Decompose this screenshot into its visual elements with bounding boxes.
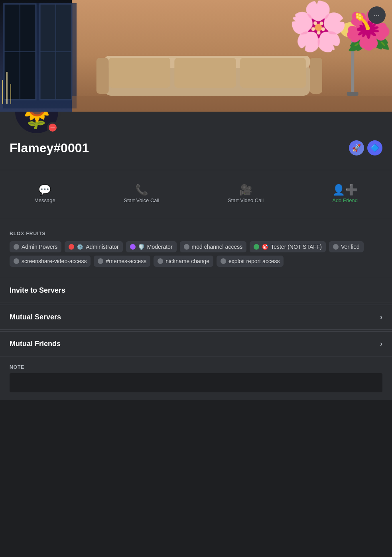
role-label: screenshare-video-access: [22, 258, 87, 264]
username-text: Flamey: [10, 141, 53, 155]
role-dot: [14, 244, 19, 250]
svg-rect-13: [240, 58, 306, 88]
role-dot: [184, 244, 189, 250]
add-friend-label: Add Friend: [332, 197, 358, 203]
role-label: Administrator: [86, 244, 118, 250]
svg-rect-12: [174, 58, 236, 88]
divider-2: [0, 218, 392, 218]
mutual-friends-label: Mutual Friends: [10, 340, 61, 348]
actions-bar: 💬 Message 📞 Start Voice Call 🎥 Start Vid…: [0, 177, 392, 211]
window-svg: [0, 0, 80, 112]
add-friend-icon: 👤➕: [332, 185, 358, 195]
svg-rect-14: [97, 58, 109, 94]
role-dot: [14, 258, 19, 264]
svg-rect-16: [72, 96, 392, 112]
video-label: Start Video Call: [228, 197, 264, 203]
roles-title: BLOX FRUITS: [10, 231, 382, 236]
mutual-servers-section: Mutual Servers ›: [0, 305, 392, 330]
role-exploit[interactable]: exploit report access: [217, 256, 284, 267]
invite-servers-section: Invite to Servers: [0, 278, 392, 303]
voice-icon: 📞: [135, 185, 148, 195]
roles-section: BLOX FRUITS Admin Powers ⚙️ Administrato…: [0, 224, 392, 273]
note-input[interactable]: [10, 373, 382, 392]
role-dot: [221, 258, 226, 264]
message-icon: 💬: [38, 185, 51, 195]
svg-rect-8: [10, 84, 11, 104]
role-tester[interactable]: 🎯 Tester (NOT STAFF): [250, 241, 326, 252]
status-badge: —: [47, 122, 58, 133]
role-memes[interactable]: #memes-access: [94, 256, 150, 267]
spacer-1: [0, 273, 392, 278]
role-label: mod channel access: [192, 244, 243, 250]
svg-rect-7: [6, 72, 8, 104]
role-emoji: 🛡️: [138, 244, 145, 250]
username-row: Flamey#0001 🚀 🔷: [10, 140, 382, 155]
role-verified[interactable]: Verified: [329, 241, 364, 252]
role-dot: [98, 258, 103, 264]
discriminator-text: #0001: [53, 141, 89, 155]
invite-servers-header[interactable]: Invite to Servers: [0, 278, 392, 303]
flower-main-icon: 🌸: [288, 2, 348, 50]
role-mod-channel[interactable]: mod channel access: [180, 241, 247, 252]
nitro-badge: 🚀: [349, 140, 364, 155]
message-label: Message: [34, 197, 55, 203]
voice-call-button[interactable]: 📞 Start Voice Call: [117, 181, 165, 207]
role-moderator[interactable]: 🛡️ Moderator: [126, 241, 177, 252]
mutual-servers-chevron: ›: [380, 313, 382, 321]
mutual-servers-label: Mutual Servers: [10, 313, 61, 321]
svg-rect-6: [2, 80, 3, 104]
role-dot: [130, 244, 136, 250]
role-emoji: ⚙️: [77, 244, 83, 250]
username-display: Flamey#0001: [10, 141, 89, 155]
profile-banner: 🌸 🌺 ···: [0, 0, 392, 112]
guild-badge: 🔷: [367, 140, 382, 155]
message-button[interactable]: 💬 Message: [28, 181, 62, 207]
video-call-button[interactable]: 🎥 Start Video Call: [221, 181, 270, 207]
role-nickname-change[interactable]: nickname change: [154, 256, 213, 267]
role-label: nickname change: [165, 258, 209, 264]
add-friend-button[interactable]: 👤➕ Add Friend: [326, 181, 364, 207]
role-dot: [158, 258, 163, 264]
role-label: Admin Powers: [22, 244, 57, 250]
role-dot: [254, 244, 259, 250]
note-title: NOTE: [10, 364, 382, 370]
svg-rect-19: [347, 92, 359, 96]
svg-rect-15: [310, 58, 322, 94]
mutual-servers-header[interactable]: Mutual Servers ›: [0, 305, 392, 329]
voice-label: Start Voice Call: [124, 197, 159, 203]
username-badges: 🚀 🔷: [349, 140, 382, 155]
role-dot: [69, 244, 74, 250]
role-screenshare[interactable]: screenshare-video-access: [10, 256, 91, 267]
mutual-friends-section: Mutual Friends ›: [0, 331, 392, 356]
invite-servers-label: Invite to Servers: [10, 286, 65, 295]
profile-container: 🌸 🌺 ··· 🌻 — Flamey#0001 🚀 🔷: [0, 0, 392, 400]
roles-grid: Admin Powers ⚙️ Administrator 🛡️ Moderat…: [10, 241, 382, 267]
role-label: exploit report access: [229, 258, 280, 264]
role-label: Moderator: [147, 244, 173, 250]
divider-1: [0, 170, 392, 170]
role-label: #memes-access: [106, 258, 146, 264]
role-admin-powers[interactable]: Admin Powers: [10, 241, 61, 252]
profile-info: 🌻 — Flamey#0001 🚀 🔷: [0, 112, 392, 163]
role-administrator[interactable]: ⚙️ Administrator: [65, 241, 122, 252]
more-options-label: ···: [374, 11, 380, 20]
role-emoji: 🎯: [262, 244, 268, 250]
mutual-friends-header[interactable]: Mutual Friends ›: [0, 332, 392, 356]
video-icon: 🎥: [239, 185, 252, 195]
role-dot: [333, 244, 339, 250]
mutual-friends-chevron: ›: [380, 340, 382, 348]
role-label: Verified: [341, 244, 360, 250]
note-section: NOTE: [0, 358, 392, 400]
role-label: Tester (NOT STAFF): [271, 244, 322, 250]
svg-rect-11: [109, 58, 170, 88]
more-options-button[interactable]: ···: [368, 6, 386, 24]
